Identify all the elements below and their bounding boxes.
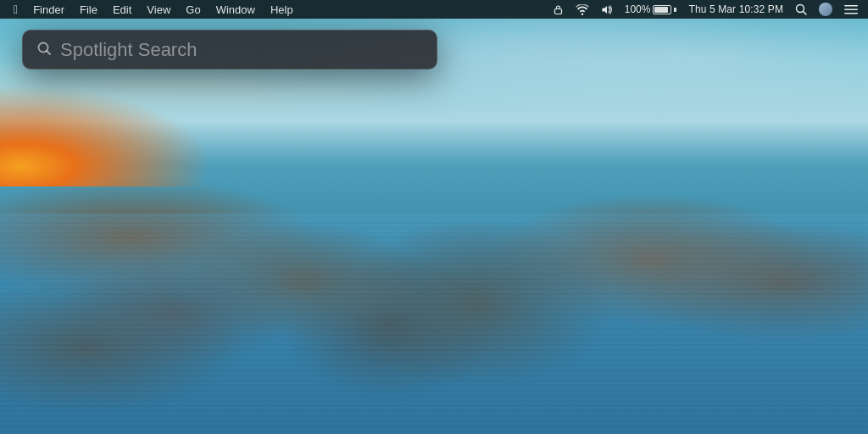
svg-rect-4 <box>844 8 858 10</box>
svg-rect-3 <box>844 5 858 7</box>
spotlight-container <box>22 30 437 70</box>
apple-menu[interactable]:  <box>7 0 25 19</box>
control-center-icon[interactable] <box>841 0 861 19</box>
water-surface <box>0 214 868 434</box>
svg-line-7 <box>47 51 50 54</box>
spotlight-menu-icon[interactable] <box>792 0 810 19</box>
svg-rect-5 <box>844 13 858 14</box>
battery-status[interactable]: 100% <box>621 0 681 19</box>
menubar-help[interactable]: Help <box>264 0 300 19</box>
volume-icon[interactable] <box>598 0 616 19</box>
avatar-icon <box>819 3 832 16</box>
battery-percent-label: 100% <box>625 3 651 15</box>
menubar-view[interactable]: View <box>140 0 177 19</box>
spotlight-search-icon <box>36 41 52 59</box>
menubar-go[interactable]: Go <box>179 0 207 19</box>
menubar-right: 100% Thu 5 Mar 10:32 PM <box>549 0 861 19</box>
svg-rect-0 <box>554 8 561 14</box>
spotlight-input[interactable] <box>60 39 423 61</box>
menubar:  Finder File Edit View Go Window Help <box>0 0 868 19</box>
user-avatar-menu[interactable] <box>815 0 836 19</box>
lock-icon[interactable] <box>549 0 567 19</box>
date-time[interactable]: Thu 5 Mar 10:32 PM <box>685 0 787 19</box>
menubar-file[interactable]: File <box>73 0 104 19</box>
menubar-edit[interactable]: Edit <box>106 0 138 19</box>
spotlight-search-box[interactable] <box>22 30 437 70</box>
menubar-window[interactable]: Window <box>209 0 262 19</box>
svg-line-2 <box>804 12 807 15</box>
wifi-icon[interactable] <box>572 0 593 19</box>
menubar-finder[interactable]: Finder <box>26 0 71 19</box>
battery-icon <box>653 5 676 14</box>
menubar-left:  Finder File Edit View Go Window Help <box>7 0 549 19</box>
